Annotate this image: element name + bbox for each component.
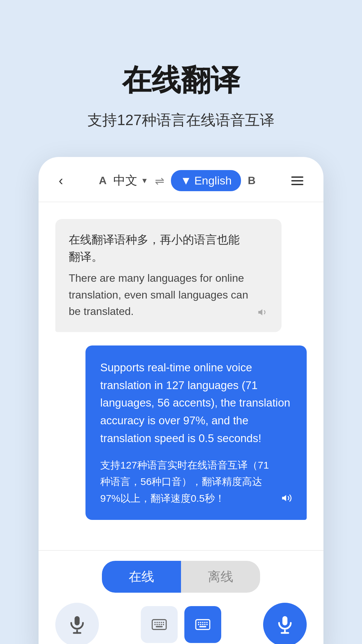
- source-language-text: 中文: [113, 172, 137, 189]
- keyboard-active-icon: [194, 616, 211, 633]
- received-original-text: 在线翻译语种多，再小的语言也能翻译。: [69, 231, 251, 265]
- sent-english-text: Supports real-time online voice translat…: [100, 359, 292, 447]
- sent-bubble: Supports real-time online voice translat…: [85, 345, 307, 520]
- chat-area: 在线翻译语种多，再小的语言也能翻译。 There are many langua…: [39, 202, 323, 530]
- menu-line-1: [291, 176, 303, 178]
- received-bubble-text: 在线翻译语种多，再小的语言也能翻译。 There are many langua…: [69, 231, 251, 320]
- target-dropdown-arrow: ▼: [180, 174, 192, 187]
- keyboard-active-button[interactable]: [184, 606, 221, 643]
- spacer: [39, 530, 323, 550]
- lang-a-label: A: [99, 174, 107, 187]
- menu-line-2: [291, 180, 303, 181]
- keyboard-inactive-button[interactable]: [141, 606, 178, 643]
- mic-right-icon: [275, 614, 295, 635]
- page-subtitle: 支持127种语言在线语音互译: [20, 110, 342, 130]
- header-section: 在线翻译 支持127种语言在线语音互译: [0, 0, 362, 157]
- mic-left-icon: [67, 614, 87, 635]
- keyboard-inactive-icon: [151, 616, 168, 633]
- back-button[interactable]: ‹: [55, 170, 66, 192]
- sent-bubble-footer: 支持127种语言实时在线语音互译（71种语言，56种口音），翻译精度高达97%以…: [100, 457, 292, 507]
- page-title: 在线翻译: [20, 60, 342, 100]
- mic-right-button[interactable]: [263, 603, 307, 644]
- source-dropdown-arrow: ▼: [141, 176, 148, 185]
- keyboard-buttons: [141, 606, 221, 643]
- online-mode-button[interactable]: 在线: [102, 561, 181, 593]
- received-speaker-button[interactable]: [257, 307, 268, 320]
- bottom-controls: [55, 603, 307, 644]
- received-bubble-inner: 在线翻译语种多，再小的语言也能翻译。 There are many langua…: [69, 231, 268, 320]
- received-bubble: 在线翻译语种多，再小的语言也能翻译。 There are many langua…: [55, 219, 282, 332]
- menu-button[interactable]: [288, 173, 307, 189]
- svg-rect-27: [283, 616, 288, 626]
- bottom-section: 在线 离线: [39, 550, 323, 644]
- offline-mode-button[interactable]: 离线: [181, 561, 260, 593]
- mic-left-button[interactable]: [55, 603, 99, 644]
- phone-mockup: ‹ A 中文 ▼ ⇌ ▼ English B 在线翻译语种多: [39, 157, 323, 644]
- top-bar: ‹ A 中文 ▼ ⇌ ▼ English B: [39, 157, 323, 202]
- language-selector: A 中文 ▼ ⇌ ▼ English B: [99, 170, 255, 191]
- svg-rect-0: [75, 616, 80, 626]
- swap-languages-button[interactable]: ⇌: [155, 174, 164, 187]
- target-language-text: English: [194, 174, 232, 187]
- mode-toggle: 在线 离线: [55, 561, 307, 593]
- sent-speaker-button[interactable]: [281, 493, 292, 506]
- target-language-selector[interactable]: ▼ English: [171, 170, 241, 191]
- sent-chinese-text: 支持127种语言实时在线语音互译（71种语言，56种口音），翻译精度高达97%以…: [100, 457, 275, 507]
- lang-b-label: B: [248, 174, 255, 187]
- menu-line-3: [291, 184, 303, 185]
- source-language-selector[interactable]: 中文 ▼: [113, 172, 148, 189]
- received-translated-text: There are many languages for online tran…: [69, 270, 251, 320]
